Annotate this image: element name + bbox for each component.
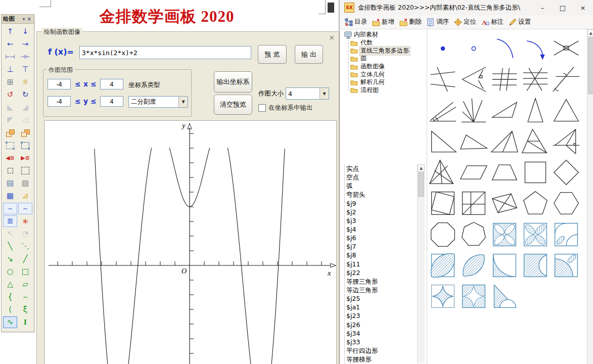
shape-thumb-solid-point[interactable] — [429, 34, 457, 63]
list-item[interactable]: $j9 — [345, 199, 418, 208]
wrap-right-icon[interactable]: ▶≣ — [18, 152, 33, 164]
checkbox-box[interactable] — [258, 104, 266, 112]
list-item[interactable]: 平行四边形 — [345, 346, 418, 355]
send-backward-icon[interactable] — [18, 126, 33, 139]
hatch-circle-icon[interactable]: ▨ — [18, 177, 33, 190]
reorder-button[interactable]: 调序 — [425, 17, 452, 27]
shape-thumb-hatched-half-disk[interactable] — [521, 251, 550, 280]
tree-item-直线三角形多边形[interactable]: 直线三角形多边形 — [344, 47, 424, 55]
shape-thumb-hatched-four-petals[interactable] — [490, 220, 519, 249]
list-item[interactable]: $j22 — [345, 268, 418, 277]
shape-thumb-hatched-square-minus-star[interactable] — [460, 282, 488, 310]
trapezoid-tool-icon[interactable]: ▱ — [18, 278, 33, 291]
chevron-down-icon[interactable]: ▼ — [320, 88, 329, 99]
h-expand-icon[interactable]: ⊢⊣ — [3, 51, 18, 63]
tree-item-立体几何[interactable]: 立体几何 — [344, 70, 424, 78]
chevron-down-icon[interactable]: ▼ — [178, 97, 188, 107]
shape-thumb-right-triangle[interactable] — [429, 127, 457, 156]
arc-box-lines-icon[interactable]: ⌢ — [18, 202, 33, 215]
shape-thumb-obtuse-triangle[interactable] — [460, 127, 488, 156]
scrollbar-thumb[interactable] — [418, 172, 424, 197]
magic-wand-icon[interactable]: * — [18, 215, 33, 228]
triangle-tool-icon[interactable]: △ — [3, 278, 18, 291]
scrollbar-thumb[interactable] — [588, 37, 593, 94]
output-button[interactable]: 输 出 — [295, 45, 323, 64]
toolbar-collapse-icon[interactable]: ▾ — [22, 16, 26, 22]
list-item[interactable]: 弯箭头 — [345, 190, 418, 199]
shape-thumb-curved-arrow[interactable] — [521, 34, 550, 63]
shape-thumb-triangle-with-cevian[interactable] — [490, 127, 519, 156]
multi-lines-icon[interactable]: ≣ — [3, 215, 18, 228]
shape-thumb-tall-isosceles-triangle[interactable] — [521, 97, 550, 125]
flip-up-right-icon[interactable]: ◢ — [18, 101, 33, 114]
polyline-tool-icon[interactable]: ⟨ — [3, 303, 18, 316]
tree-item-流程图[interactable]: 流程图 — [344, 86, 424, 95]
add-button[interactable]: 新增 — [370, 17, 397, 27]
shape-thumb-parallelogram[interactable] — [460, 158, 488, 187]
shape-thumb-hatched-petals-inverse[interactable] — [521, 220, 550, 249]
shape-thumb-hatched-lens-in-square[interactable] — [429, 251, 457, 280]
shape-thumb-hatched-concave-star[interactable] — [429, 282, 457, 310]
select-dashed-large-icon[interactable] — [18, 164, 33, 177]
interval-tool-icon[interactable]: I — [18, 316, 33, 329]
dialog-close-icon[interactable]: × — [329, 33, 335, 41]
shape-thumb-slope-double-ray[interactable] — [429, 97, 457, 125]
shape-thumb-thin-triangle[interactable] — [490, 97, 519, 125]
list-item[interactable]: $j7 — [345, 242, 418, 251]
list-item[interactable]: $j34 — [345, 329, 418, 338]
v-shrink-icon[interactable]: ⊤ — [18, 63, 33, 76]
rotate-left-icon[interactable]: ↺ — [3, 88, 18, 101]
material-window-titlebar[interactable]: SX 金排数学画板 2020>>>内部素材\02-直线三角形多边形\ – □ × — [340, 0, 593, 16]
shape-thumb-hatched-quarter-with-lens[interactable] — [552, 251, 580, 280]
scroll-up-icon[interactable]: ▲ — [418, 164, 425, 172]
shape-thumb-right-triangle-construction[interactable] — [552, 127, 580, 156]
brace-tool-icon[interactable]: { — [3, 291, 18, 303]
shape-thumb-crossing-lines[interactable] — [552, 34, 580, 63]
shape-thumb-parallel-double-transversal[interactable] — [490, 65, 519, 94]
flip-vertical-icon[interactable]: ◁ — [18, 114, 33, 126]
sine-wave-tool-icon[interactable]: ∿ — [3, 316, 18, 329]
v-expand-icon[interactable]: ⊥ — [3, 63, 18, 76]
move-up-icon[interactable]: ↑ — [3, 25, 18, 38]
ungroup-icon[interactable] — [18, 139, 33, 152]
shape-thumb-hatched-lens[interactable] — [460, 251, 488, 280]
line-tool-icon[interactable]: ╲ — [3, 240, 18, 253]
clear-preview-button[interactable]: 清空预览 — [214, 95, 252, 115]
list-item[interactable]: $j2 — [345, 208, 418, 216]
shape-thumb-triangle-with-altitudes[interactable] — [429, 158, 457, 187]
shape-thumb-hatched-quarter-arcs[interactable] — [552, 220, 580, 249]
function-expression-input[interactable] — [79, 46, 251, 59]
locate-button[interactable]: 定位 — [452, 17, 479, 27]
shape-thumb-parallel-crossing[interactable] — [521, 65, 550, 94]
shape-thumb-octagon[interactable] — [429, 220, 457, 249]
wrap-left-icon[interactable]: ◀≣ — [3, 152, 18, 164]
expand-box-icon[interactable]: ⊞ — [3, 76, 18, 88]
arc-tool-icon[interactable]: ⌢ — [18, 291, 33, 303]
shape-thumb-hatched-triangle-semicircle[interactable] — [490, 282, 519, 310]
rotate-tool-icon[interactable]: ◔ — [18, 228, 33, 240]
shape-thumb-line-angle-transversal[interactable] — [552, 65, 580, 94]
move-right-icon[interactable]: → — [18, 38, 33, 51]
output-in-coord-checkbox[interactable]: 在坐标系中输出 — [258, 104, 313, 112]
dotted-line-tool-icon[interactable]: ⋱ — [18, 240, 33, 253]
list-item[interactable]: $j11 — [345, 260, 418, 268]
plot-size-select[interactable]: 4 ▼ — [286, 87, 329, 100]
annotate-button[interactable]: A标注 — [479, 17, 507, 27]
shape-thumb-arc[interactable] — [490, 34, 519, 63]
list-item[interactable]: 等边三角形 — [345, 286, 418, 294]
list-item[interactable]: $j26 — [345, 321, 418, 329]
shape-thumb-square-with-diagonal-grid[interactable] — [460, 189, 488, 217]
preview-button[interactable]: 预 览 — [258, 45, 287, 64]
shape-thumb-square[interactable] — [521, 158, 550, 187]
list-item[interactable]: $j3 — [345, 216, 418, 225]
list-item[interactable]: 等腰三角形 — [345, 277, 418, 286]
list-item[interactable]: $j4 — [345, 225, 418, 234]
shape-thumb-heptagon[interactable] — [460, 220, 488, 249]
toolbar-close-icon[interactable]: × — [26, 16, 32, 22]
list-item[interactable]: $j6 — [345, 234, 418, 242]
rect-tool-icon[interactable]: □ — [18, 265, 33, 278]
draw-toolbar-header[interactable]: 绘图 ▾ × — [2, 15, 34, 24]
shape-thumb-equilateral-triangle[interactable] — [552, 97, 580, 125]
maximize-button[interactable]: □ — [553, 1, 573, 15]
shape-thumb-parallelogram-with-diagonals[interactable] — [490, 189, 519, 217]
